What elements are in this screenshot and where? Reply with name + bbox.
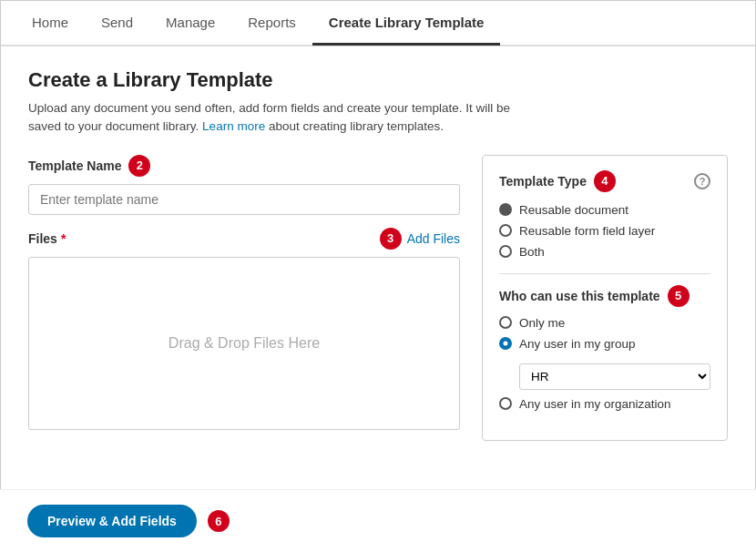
template-type-radio-group: Reusable document Reusable form field la… bbox=[499, 203, 710, 259]
step-badge-4: 4 bbox=[594, 170, 616, 192]
nav-create-library-template[interactable]: Create Library Template bbox=[312, 2, 501, 46]
radio-any-group-icon bbox=[499, 337, 512, 350]
form-layout: Template Name 2 Files * 3 Add Files Drag… bbox=[28, 155, 728, 441]
divider bbox=[499, 273, 710, 274]
who-option-only-me[interactable]: Only me bbox=[499, 316, 710, 330]
files-text: Files bbox=[28, 231, 57, 246]
right-panel: Template Type 4 ? Reusable document Reus… bbox=[482, 155, 728, 441]
drop-zone[interactable]: Drag & Drop Files Here bbox=[28, 257, 460, 430]
page-title: Create a Library Template bbox=[28, 68, 728, 92]
template-name-text: Template Name bbox=[28, 158, 121, 173]
step-badge-3: 3 bbox=[380, 228, 402, 250]
files-header: Files * 3 Add Files bbox=[28, 228, 460, 250]
main-content: Create a Library Template Upload any doc… bbox=[1, 46, 755, 463]
radio-both-icon bbox=[499, 245, 512, 258]
nav-reports[interactable]: Reports bbox=[231, 2, 312, 46]
template-type-label: Template Type bbox=[499, 174, 587, 189]
radio-form-field-icon bbox=[499, 224, 512, 237]
desc-text-3b: about creating library templates. bbox=[269, 119, 444, 133]
who-radio-group: Only me Any user in my group HR Sales Ma… bbox=[499, 316, 710, 411]
add-files-area[interactable]: 3 Add Files bbox=[380, 228, 460, 250]
nav-send[interactable]: Send bbox=[85, 2, 149, 46]
left-panel: Template Name 2 Files * 3 Add Files Drag… bbox=[28, 155, 460, 441]
drop-zone-text: Drag & Drop Files Here bbox=[169, 335, 320, 352]
help-icon[interactable]: ? bbox=[694, 173, 710, 189]
radio-both-label: Both bbox=[519, 245, 545, 259]
template-type-option-2[interactable]: Reusable form field layer bbox=[499, 224, 710, 238]
page-description: Upload any document you send often, add … bbox=[28, 99, 728, 137]
template-type-option-1[interactable]: Reusable document bbox=[499, 203, 710, 217]
who-option-any-group[interactable]: Any user in my group bbox=[499, 337, 710, 351]
radio-any-group-label: Any user in my group bbox=[519, 337, 636, 351]
navbar: Home Send Manage Reports Create Library … bbox=[1, 1, 755, 46]
add-files-label[interactable]: Add Files bbox=[407, 231, 460, 246]
template-name-input[interactable] bbox=[28, 184, 460, 215]
template-type-section-title: Template Type 4 ? bbox=[499, 170, 710, 192]
who-section-title: Who can use this template 5 bbox=[499, 285, 710, 307]
radio-reusable-doc-icon bbox=[499, 203, 512, 216]
who-section: Who can use this template 5 Only me Any … bbox=[499, 285, 710, 411]
required-star: * bbox=[61, 231, 66, 246]
nav-manage[interactable]: Manage bbox=[149, 2, 231, 46]
radio-any-org-icon bbox=[499, 397, 512, 410]
radio-form-field-label: Reusable form field layer bbox=[519, 224, 655, 238]
learn-more-link[interactable]: Learn more bbox=[202, 119, 265, 133]
bottom-bar: Preview & Add Fields 6 bbox=[0, 489, 756, 552]
who-option-any-org[interactable]: Any user in my organization bbox=[499, 397, 710, 411]
who-label: Who can use this template bbox=[499, 289, 660, 303]
group-dropdown-wrapper: HR Sales Marketing Engineering bbox=[519, 363, 710, 390]
radio-only-me-label: Only me bbox=[519, 316, 565, 330]
desc-text-1: Upload any document you send often, add … bbox=[28, 101, 510, 115]
template-type-option-3[interactable]: Both bbox=[499, 245, 710, 259]
template-name-label: Template Name 2 bbox=[28, 155, 460, 177]
group-dropdown[interactable]: HR Sales Marketing Engineering bbox=[519, 363, 710, 390]
nav-home[interactable]: Home bbox=[15, 2, 85, 46]
radio-any-org-label: Any user in my organization bbox=[519, 397, 671, 411]
step-badge-2: 2 bbox=[128, 155, 150, 177]
radio-reusable-doc-label: Reusable document bbox=[519, 203, 628, 217]
preview-add-fields-button[interactable]: Preview & Add Fields bbox=[27, 505, 197, 537]
step-badge-6: 6 bbox=[208, 510, 230, 532]
files-label: Files * bbox=[28, 231, 66, 246]
desc-text-2: saved to your document library. bbox=[28, 119, 199, 133]
step-badge-5: 5 bbox=[668, 285, 690, 307]
radio-only-me-icon bbox=[499, 316, 512, 329]
